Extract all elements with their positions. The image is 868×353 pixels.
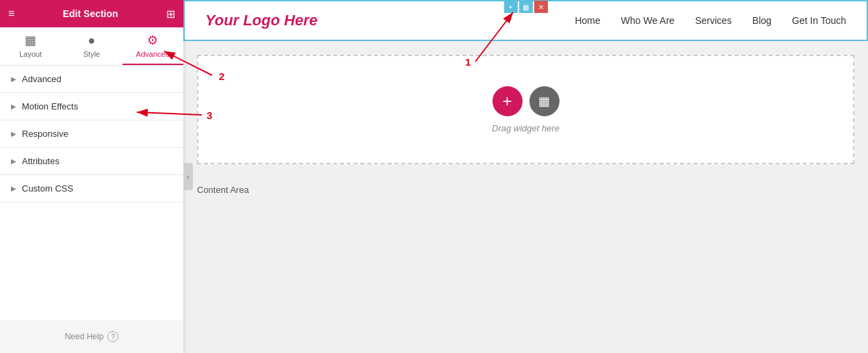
section-attributes[interactable]: ▶ Attributes [0, 148, 183, 175]
help-icon[interactable]: ? [107, 331, 118, 342]
sidebar-sections: ▶ Advanced ▶ Motion Effects ▶ Responsive… [0, 66, 183, 320]
nav-link-home[interactable]: Home [575, 15, 600, 26]
tab-style[interactable]: ● Style [61, 27, 122, 65]
tab-advanced[interactable]: ⚙ Advanced [122, 27, 183, 65]
chevron-icon: ▶ [11, 157, 16, 165]
collapse-icon: ‹ [187, 173, 189, 181]
section-attributes-label: Attributes [22, 156, 60, 166]
nav-bar: + ▦ ✕ Your Logo Here Home Who We Are Ser… [183, 0, 868, 41]
chevron-icon: ▶ [11, 75, 16, 83]
section-advanced-label: Advanced [22, 74, 62, 84]
chevron-icon: ▶ [11, 103, 16, 110]
section-responsive[interactable]: ▶ Responsive [0, 120, 183, 148]
section-custom-css-label: Custom CSS [22, 183, 73, 194]
nav-links: Home Who We Are Services Blog Get In Tou… [575, 15, 846, 26]
main-area: + ▦ ✕ Your Logo Here Home Who We Are Ser… [183, 0, 868, 353]
help-label: Need Help [65, 332, 104, 341]
sidebar-tabs: ▦ Layout ● Style ⚙ Advanced [0, 27, 183, 66]
advanced-icon: ⚙ [147, 33, 158, 48]
grid-icon[interactable]: ⊞ [166, 8, 175, 21]
nav-grid-button[interactable]: ▦ [519, 1, 533, 13]
grid-widget-icon: ▦ [538, 94, 550, 109]
tab-advanced-label: Advanced [136, 50, 170, 58]
nav-link-blog[interactable]: Blog [752, 15, 772, 26]
tab-layout[interactable]: ▦ Layout [0, 27, 61, 65]
nav-link-who-we-are[interactable]: Who We Are [621, 15, 674, 26]
widget-drop-zone[interactable]: + ▦ Drag widget here [197, 55, 854, 164]
drag-widget-label: Drag widget here [492, 123, 560, 133]
widget-buttons: + ▦ [492, 86, 560, 116]
section-advanced[interactable]: ▶ Advanced [0, 66, 183, 93]
sidebar-header: ≡ Edit Section ⊞ [0, 0, 183, 27]
add-widget-button[interactable]: + [492, 86, 523, 116]
sidebar-title: Edit Section [63, 8, 118, 19]
tab-style-label: Style [83, 50, 100, 58]
section-motion-effects[interactable]: ▶ Motion Effects [0, 93, 183, 120]
chevron-icon: ▶ [11, 130, 16, 138]
chevron-icon: ▶ [11, 185, 16, 192]
section-responsive-label: Responsive [22, 129, 68, 139]
content-area-label: Content Area [183, 178, 868, 202]
tab-layout-label: Layout [19, 50, 42, 58]
sidebar-footer: Need Help ? [0, 320, 183, 353]
section-custom-css[interactable]: ▶ Custom CSS [0, 175, 183, 202]
nav-link-services[interactable]: Services [695, 15, 732, 26]
section-motion-label: Motion Effects [22, 101, 78, 112]
canvas-content: + ▦ Drag widget here Content Area [183, 41, 868, 353]
menu-icon[interactable]: ≡ [8, 8, 14, 20]
nav-close-button[interactable]: ✕ [534, 1, 548, 13]
layout-icon: ▦ [25, 33, 36, 48]
collapse-handle[interactable]: ‹ [183, 163, 193, 190]
style-icon: ● [88, 34, 96, 48]
grid-widget-button[interactable]: ▦ [529, 86, 560, 116]
nav-controls: + ▦ ✕ [504, 1, 548, 13]
logo: Your Logo Here [205, 12, 317, 29]
sidebar: ≡ Edit Section ⊞ ▦ Layout ● Style ⚙ Adva… [0, 0, 183, 353]
nav-add-button[interactable]: + [504, 1, 518, 13]
nav-link-get-in-touch[interactable]: Get In Touch [792, 15, 846, 26]
add-widget-icon: + [502, 93, 512, 109]
